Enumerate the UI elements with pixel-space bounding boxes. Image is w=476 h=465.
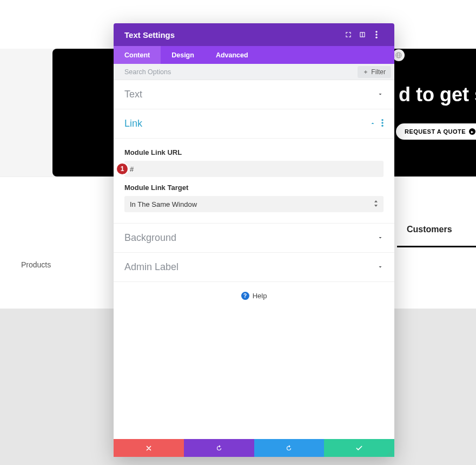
chevron-down-icon: [377, 263, 384, 272]
section-background-label: Background: [124, 232, 377, 244]
plus-icon: [363, 69, 368, 75]
responsive-icon[interactable]: [355, 28, 369, 42]
section-link-body: Module Link URL 1 Module Link Target: [114, 139, 394, 224]
tab-design[interactable]: Design: [161, 46, 205, 64]
request-quote-button[interactable]: REQUEST A QUOTE ▸: [396, 123, 476, 140]
modal-footer: [114, 439, 394, 457]
section-text-header[interactable]: Text: [114, 80, 394, 109]
resize-handle-icon[interactable]: [386, 448, 392, 455]
section-link-label: Link: [124, 118, 369, 129]
chevron-up-icon: [369, 119, 376, 129]
section-text-label: Text: [124, 89, 377, 100]
help-icon: ?: [241, 292, 249, 300]
modal-header: Text Settings: [114, 23, 394, 46]
undo-button[interactable]: [184, 439, 254, 457]
module-link-url-label: Module Link URL: [124, 148, 384, 156]
chevron-down-icon: [377, 233, 384, 243]
chevron-down-icon: [377, 90, 384, 100]
filter-button[interactable]: Filter: [358, 66, 391, 78]
customers-tab[interactable]: Customers: [407, 225, 452, 234]
products-label: Products: [21, 260, 51, 269]
filter-label: Filter: [371, 68, 386, 76]
svg-point-2: [375, 37, 378, 39]
annotation-badge-1: 1: [117, 163, 128, 174]
undo-icon: [215, 444, 223, 452]
search-bar: Search Options Filter: [114, 64, 394, 80]
modal-title: Text Settings: [124, 30, 341, 40]
svg-point-0: [375, 31, 378, 33]
section-admin-label-label: Admin Label: [124, 261, 377, 273]
tab-content[interactable]: Content: [114, 46, 161, 64]
svg-point-3: [381, 119, 384, 121]
text-settings-modal: Text Settings Content Design Advanced Se…: [114, 23, 394, 457]
section-kebab-icon[interactable]: [381, 119, 384, 129]
module-link-url-input[interactable]: [124, 161, 384, 177]
sections: Text Link Module Link URL 1 Module Link …: [114, 80, 394, 439]
check-icon: [355, 444, 363, 452]
svg-point-4: [381, 122, 384, 124]
section-admin-label-header[interactable]: Admin Label: [114, 253, 394, 282]
redo-button[interactable]: [254, 439, 325, 457]
section-link-header[interactable]: Link: [114, 109, 394, 139]
search-input[interactable]: Search Options: [124, 68, 358, 76]
module-link-target-select[interactable]: [124, 196, 384, 212]
kebab-icon[interactable]: [369, 28, 384, 42]
hero-headline: d to get start: [399, 83, 476, 106]
arrow-right-icon: ▸: [469, 128, 475, 135]
help-label: Help: [253, 292, 267, 300]
close-icon: [145, 444, 153, 452]
module-link-target-label: Module Link Target: [124, 184, 384, 192]
cancel-button[interactable]: [114, 439, 184, 457]
help-button[interactable]: ? Help: [114, 282, 394, 309]
svg-point-1: [375, 34, 378, 36]
svg-point-5: [381, 125, 384, 127]
request-quote-label: REQUEST A QUOTE: [405, 128, 466, 135]
globe-icon[interactable]: [393, 49, 405, 61]
tab-bar: Content Design Advanced: [114, 46, 394, 64]
expand-icon[interactable]: [341, 28, 355, 42]
section-background-header[interactable]: Background: [114, 224, 394, 253]
redo-icon: [285, 444, 293, 452]
customers-underline: [397, 246, 476, 247]
save-button[interactable]: [324, 439, 394, 457]
tab-advanced[interactable]: Advanced: [205, 46, 259, 64]
